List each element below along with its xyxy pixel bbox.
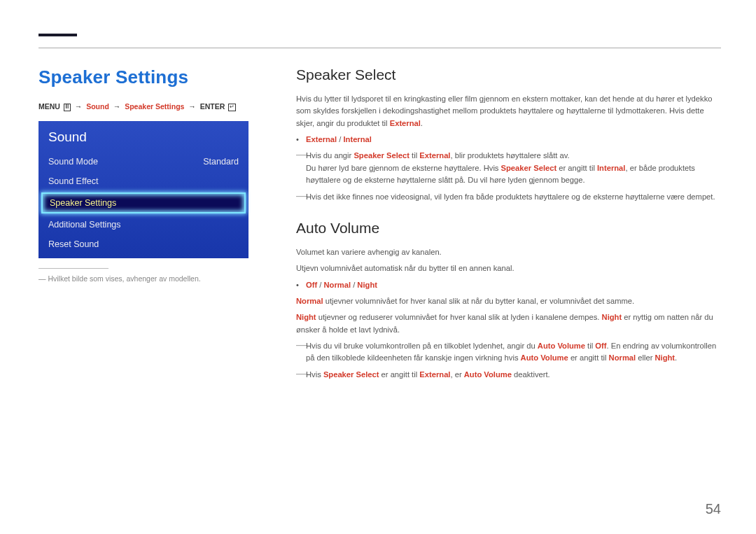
highlight: Auto Volume xyxy=(538,342,585,350)
text: Hvis du lytter til lydsporet til en krin… xyxy=(296,94,712,127)
osd-panel: Sound Sound Mode Standard Sound Effect S… xyxy=(38,121,248,258)
text: Du hører lyd bare gjennom de eksterne hø… xyxy=(306,164,501,172)
osd-item-label: Additional Settings xyxy=(48,220,121,230)
highlight: External xyxy=(390,119,421,127)
text: , blir produktets høyttalere slått av. xyxy=(450,151,569,160)
bullet-icon: • xyxy=(296,134,306,146)
text: . xyxy=(421,119,423,127)
osd-title: Sound xyxy=(38,129,248,152)
breadcrumb-sound: Sound xyxy=(86,102,109,111)
text: eller xyxy=(636,353,654,362)
text: Hvis xyxy=(306,370,323,379)
highlight: External xyxy=(419,151,450,160)
highlight: Night xyxy=(655,353,676,362)
highlight: External xyxy=(419,370,450,379)
highlight: Internal xyxy=(597,164,625,172)
highlight: Auto Volume xyxy=(521,353,568,362)
osd-item-label: Speaker Settings xyxy=(50,198,116,208)
text: Hvis det ikke finnes noe videosignal, vi… xyxy=(306,191,715,203)
paragraph: Night utjevner og reduserer volumnivået … xyxy=(296,311,721,336)
option-off: Off xyxy=(306,281,317,289)
page-title: Speaker Settings xyxy=(38,66,248,88)
highlight: Auto Volume xyxy=(464,370,512,379)
footnote-divider xyxy=(38,268,108,269)
osd-item-label: Sound Mode xyxy=(48,157,98,167)
option-normal: Normal xyxy=(323,281,351,289)
note-row: ― Hvis du vil bruke volumkontrollen på e… xyxy=(296,340,721,365)
highlight: Normal xyxy=(609,353,636,362)
note-row: ― Hvis du angir Speaker Select til Exter… xyxy=(296,150,721,186)
dash-icon: ― xyxy=(296,150,306,186)
paragraph: Normal utjevner volumnivået for hver kan… xyxy=(296,295,721,307)
option-night: Night xyxy=(357,281,377,289)
highlight: Speaker Select xyxy=(354,151,410,160)
dash-icon: ― xyxy=(296,191,306,203)
text: Hvis du angir xyxy=(306,151,354,160)
dash-icon: ― xyxy=(296,369,306,381)
highlight: Speaker Select xyxy=(323,370,379,379)
footnote-dash: ― xyxy=(38,274,48,283)
text: til xyxy=(410,151,419,160)
osd-item-sound-mode[interactable]: Sound Mode Standard xyxy=(38,152,248,171)
text: utjevner volumnivået for hver kanal slik… xyxy=(323,297,635,305)
text: utjevner og reduserer volumnivået for hv… xyxy=(316,313,602,321)
footnote-text: Hvilket bilde som vises, avhenger av mod… xyxy=(48,274,200,283)
breadcrumb: MENU Ⅲ → Sound → Speaker Settings → ENTE… xyxy=(38,102,248,111)
osd-item-sound-effect[interactable]: Sound Effect xyxy=(38,171,248,191)
page-number: 54 xyxy=(706,501,721,517)
osd-item-speaker-settings[interactable]: Speaker Settings xyxy=(41,192,246,213)
section-title-auto-volume: Auto Volume xyxy=(296,220,721,237)
text: . xyxy=(675,353,677,362)
header-mark xyxy=(38,34,77,36)
enter-icon: ↵ xyxy=(228,104,236,111)
text: Hvis du vil bruke volumkontrollen på en … xyxy=(306,342,538,350)
highlight: Night xyxy=(296,313,316,321)
text: til xyxy=(585,342,595,350)
text: er angitt til xyxy=(568,353,609,362)
option-internal: Internal xyxy=(343,135,371,143)
osd-item-value: Standard xyxy=(203,157,239,167)
dash-icon: ― xyxy=(296,340,306,365)
note-row: ― Hvis Speaker Select er angitt til Exte… xyxy=(296,369,721,381)
osd-item-reset-sound[interactable]: Reset Sound xyxy=(38,234,248,254)
separator: / xyxy=(351,281,357,289)
text: , er xyxy=(450,370,463,379)
bullet-options: • External / Internal xyxy=(296,134,721,146)
breadcrumb-menu: MENU xyxy=(38,102,60,111)
header-rule xyxy=(38,48,721,48)
bullet-icon: • xyxy=(296,279,306,291)
arrow-icon: → xyxy=(113,102,121,111)
text: er angitt til xyxy=(556,164,597,172)
osd-item-label: Reset Sound xyxy=(48,239,99,249)
osd-item-additional-settings[interactable]: Additional Settings xyxy=(38,215,248,234)
paragraph: Utjevn volumnivået automatisk når du byt… xyxy=(296,262,721,274)
breadcrumb-enter: ENTER xyxy=(200,102,225,111)
bullet-options: • Off / Normal / Night xyxy=(296,279,721,291)
paragraph: Hvis du lytter til lydsporet til en krin… xyxy=(296,93,721,129)
text: deaktivert. xyxy=(512,370,550,379)
highlight: Speaker Select xyxy=(501,164,557,172)
arrow-icon: → xyxy=(188,102,196,111)
option-external: External xyxy=(306,135,337,143)
section-title-speaker-select: Speaker Select xyxy=(296,66,721,83)
highlight: Night xyxy=(602,313,622,321)
menu-icon: Ⅲ xyxy=(64,104,71,111)
highlight: Normal xyxy=(296,297,323,305)
text: er angitt til xyxy=(379,370,419,379)
note-row: ― Hvis det ikke finnes noe videosignal, … xyxy=(296,191,721,203)
paragraph: Volumet kan variere avhengig av kanalen. xyxy=(296,246,721,258)
arrow-icon: → xyxy=(75,102,83,111)
osd-item-label: Sound Effect xyxy=(48,176,98,186)
highlight: Off xyxy=(595,342,606,350)
breadcrumb-speaker-settings: Speaker Settings xyxy=(125,102,184,111)
